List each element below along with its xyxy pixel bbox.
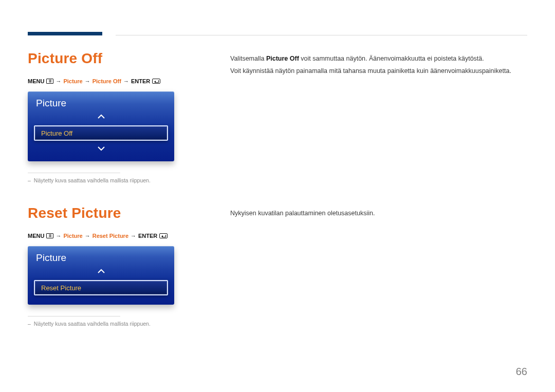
section-picture-off: Picture Off MENU ☰ → Picture → Picture O…: [28, 50, 527, 183]
menu-path: MENU ☰ → Picture → Picture Off → ENTER: [28, 78, 203, 84]
body-paragraph: Valitsemalla Picture Off voit sammuttaa …: [230, 53, 527, 64]
path-level-1: Picture: [63, 233, 82, 239]
osd-panel: Picture Picture Off: [28, 91, 174, 161]
footnote-text: Näytetty kuva saattaa vaihdella mallista…: [34, 177, 151, 183]
path-menu-label: MENU: [28, 233, 44, 239]
path-menu-label: MENU: [28, 78, 44, 84]
manual-page: Picture Off MENU ☰ → Picture → Picture O…: [0, 0, 555, 392]
footnote-dash: –: [28, 177, 31, 183]
arrow-icon: →: [55, 233, 61, 239]
section-title: Picture Off: [28, 50, 203, 67]
left-column: Reset Picture MENU ☰ → Picture → Reset P…: [28, 205, 203, 327]
arrow-icon: →: [85, 233, 90, 239]
body-text: Valitsemalla: [230, 55, 266, 62]
arrow-icon: →: [123, 78, 129, 84]
footnote-rule: [28, 173, 120, 173]
menu-icon: ☰: [46, 79, 53, 84]
enter-icon: [159, 233, 168, 238]
page-number: 66: [516, 366, 527, 378]
path-enter-label: ENTER: [131, 78, 150, 84]
path-level-2: Picture Off: [92, 78, 121, 84]
osd-panel: Picture Reset Picture: [28, 246, 174, 305]
section-title: Reset Picture: [28, 205, 203, 221]
right-column: Nykyisen kuvatilan palauttaminen oletusa…: [230, 205, 527, 327]
chapter-tab: [28, 32, 102, 35]
path-level-2: Reset Picture: [92, 233, 128, 239]
menu-icon: ☰: [46, 233, 53, 238]
footnote-rule: [28, 316, 120, 316]
section-reset-picture: Reset Picture MENU ☰ → Picture → Reset P…: [28, 205, 527, 327]
osd-selected-item[interactable]: Reset Picture: [34, 280, 168, 295]
footnote: –Näytetty kuva saattaa vaihdella mallist…: [28, 321, 203, 327]
right-column: Valitsemalla Picture Off voit sammuttaa …: [230, 50, 527, 183]
menu-path: MENU ☰ → Picture → Reset Picture → ENTER: [28, 233, 203, 239]
arrow-icon: →: [131, 233, 136, 239]
chevron-up-icon[interactable]: [28, 267, 174, 278]
footnote-dash: –: [28, 321, 31, 327]
osd-title: Picture: [28, 91, 174, 112]
chevron-up-icon[interactable]: [28, 112, 174, 123]
footnote: –Näytetty kuva saattaa vaihdella mallist…: [28, 177, 203, 183]
left-column: Picture Off MENU ☰ → Picture → Picture O…: [28, 50, 203, 183]
body-paragraph: Voit käynnistää näytön painamalla mitä t…: [230, 66, 527, 76]
path-level-1: Picture: [63, 78, 82, 84]
footnote-text: Näytetty kuva saattaa vaihdella mallista…: [34, 321, 151, 327]
arrow-icon: →: [85, 78, 90, 84]
arrow-icon: →: [55, 78, 61, 84]
path-enter-label: ENTER: [138, 233, 157, 239]
osd-item-label: Reset Picture: [41, 284, 81, 292]
enter-icon: [152, 79, 160, 84]
osd-title: Picture: [28, 246, 174, 267]
body-paragraph: Nykyisen kuvatilan palauttaminen oletusa…: [230, 208, 527, 218]
chevron-down-icon[interactable]: [28, 144, 174, 155]
body-bold: Picture Off: [266, 55, 299, 62]
body-text: voit sammuttaa näytön. Äänenvoimakkuutta…: [299, 55, 484, 62]
header-rule: [116, 35, 527, 35]
osd-selected-item[interactable]: Picture Off: [34, 125, 168, 141]
osd-item-label: Picture Off: [41, 129, 72, 137]
